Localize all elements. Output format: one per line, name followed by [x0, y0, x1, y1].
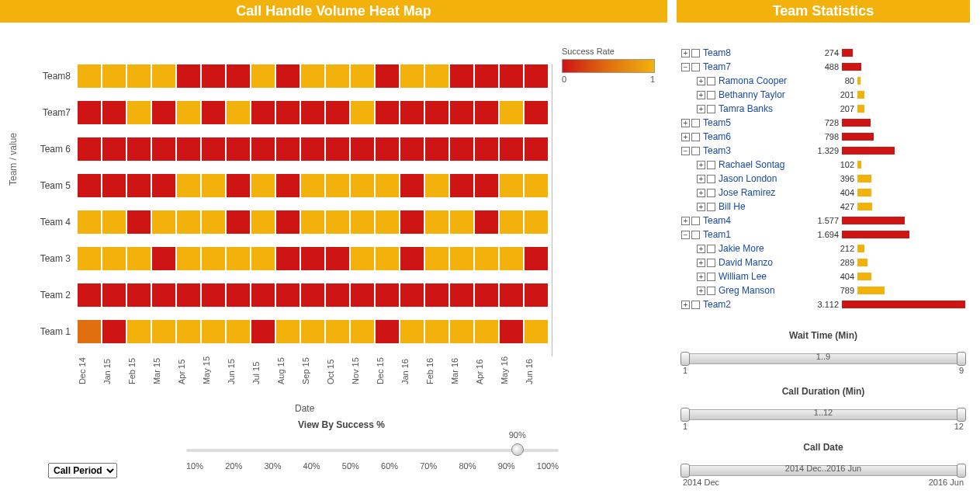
heatmap-cell[interactable]: [177, 283, 200, 307]
heatmap-cell[interactable]: [152, 174, 175, 197]
heatmap-cell[interactable]: [376, 283, 399, 307]
team-stat-row[interactable]: +·Team6798: [681, 130, 965, 144]
team-stat-row[interactable]: +·Bethanny Taylor201: [681, 88, 965, 102]
heatmap-cell[interactable]: [376, 64, 399, 88]
heatmap-cell[interactable]: [251, 64, 275, 88]
heatmap-cell[interactable]: [351, 320, 374, 343]
expand-icon[interactable]: +: [697, 175, 705, 183]
expand-icon[interactable]: +: [681, 133, 690, 141]
heatmap-cell[interactable]: [301, 101, 324, 124]
heatmap-cell[interactable]: [127, 283, 151, 307]
team-stat-row[interactable]: +·Bill He427: [681, 200, 965, 214]
heatmap-cell[interactable]: [202, 101, 225, 124]
heatmap-cell[interactable]: [202, 174, 225, 197]
heatmap-cell[interactable]: [152, 64, 175, 88]
heatmap-cell[interactable]: [525, 247, 548, 270]
call-date-slider[interactable]: Call Date 2014 Dec..2016 Jun 2014 Dec 20…: [681, 442, 965, 487]
heatmap-cell[interactable]: [326, 247, 349, 270]
expand-icon[interactable]: +: [697, 161, 705, 169]
team-stat-row[interactable]: −·Team7488: [681, 60, 965, 74]
heatmap-cell[interactable]: [326, 64, 349, 88]
heatmap-cell[interactable]: [276, 210, 300, 234]
tree-toggle[interactable]: +·: [681, 217, 700, 225]
heatmap-cell[interactable]: [251, 137, 275, 161]
team-stat-row[interactable]: +·Tamra Banks207: [681, 102, 965, 116]
heatmap-cell[interactable]: [251, 101, 275, 124]
heatmap-cell[interactable]: [102, 64, 126, 88]
heatmap-cell[interactable]: [152, 320, 175, 343]
heatmap-cell[interactable]: [475, 137, 498, 161]
heatmap-cell[interactable]: [450, 174, 473, 197]
expand-icon[interactable]: +: [681, 301, 690, 309]
expand-icon[interactable]: +: [697, 77, 705, 85]
heatmap-cell[interactable]: [450, 64, 473, 88]
heatmap-cell[interactable]: [400, 101, 424, 124]
heatmap-cell[interactable]: [400, 64, 424, 88]
heatmap-cell[interactable]: [525, 320, 548, 343]
heatmap-cell[interactable]: [475, 320, 498, 343]
team-stat-row[interactable]: −·Team11.694: [681, 228, 965, 242]
heatmap-cell[interactable]: [525, 137, 548, 161]
heatmap-cell[interactable]: [525, 174, 548, 197]
heatmap-cell[interactable]: [301, 137, 324, 161]
heatmap-cell[interactable]: [500, 247, 523, 270]
heatmap-cell[interactable]: [78, 247, 101, 270]
heatmap-cell[interactable]: [450, 320, 473, 343]
heatmap-cell[interactable]: [301, 174, 324, 197]
heatmap-cell[interactable]: [78, 210, 101, 234]
collapse-icon[interactable]: −: [681, 147, 690, 155]
heatmap-cell[interactable]: [78, 320, 101, 343]
team-stat-row[interactable]: +·Rachael Sontag102: [681, 158, 965, 172]
team-stat-row[interactable]: −·Team31.329: [681, 144, 965, 158]
heatmap-cell[interactable]: [301, 320, 324, 343]
tree-toggle[interactable]: +·: [681, 133, 700, 141]
heatmap-cell[interactable]: [400, 247, 424, 270]
team-stat-row[interactable]: +·Jason London396: [681, 172, 965, 186]
heatmap-cell[interactable]: [326, 210, 349, 234]
expand-icon[interactable]: +: [697, 273, 705, 281]
heatmap-cell[interactable]: [525, 64, 548, 88]
heatmap-cell[interactable]: [276, 137, 300, 161]
heatmap-cell[interactable]: [326, 320, 349, 343]
heatmap-cell[interactable]: [376, 137, 399, 161]
heatmap-cell[interactable]: [475, 247, 498, 270]
heatmap-cell[interactable]: [276, 283, 300, 307]
expand-icon[interactable]: +: [697, 105, 705, 113]
heatmap-cell[interactable]: [351, 101, 374, 124]
heatmap-cell[interactable]: [202, 247, 225, 270]
team-stat-row[interactable]: +·Team41.577: [681, 214, 965, 228]
heatmap-cell[interactable]: [251, 174, 275, 197]
tree-toggle[interactable]: +·: [681, 161, 715, 169]
heatmap-cell[interactable]: [276, 320, 300, 343]
tree-toggle[interactable]: +·: [681, 91, 715, 99]
heatmap-cell[interactable]: [376, 101, 399, 124]
heatmap-cell[interactable]: [227, 320, 250, 343]
heatmap-cell[interactable]: [500, 64, 523, 88]
heatmap-cell[interactable]: [127, 101, 151, 124]
expand-icon[interactable]: +: [697, 245, 705, 253]
tree-toggle[interactable]: +·: [681, 119, 700, 127]
heatmap-cell[interactable]: [301, 210, 324, 234]
heatmap-cell[interactable]: [500, 101, 523, 124]
heatmap-cell[interactable]: [102, 174, 126, 197]
heatmap-cell[interactable]: [425, 101, 448, 124]
heatmap-cell[interactable]: [326, 283, 349, 307]
heatmap-cell[interactable]: [450, 210, 473, 234]
heatmap-cell[interactable]: [301, 64, 324, 88]
heatmap-cell[interactable]: [376, 174, 399, 197]
heatmap-cell[interactable]: [227, 101, 250, 124]
heatmap-cell[interactable]: [400, 210, 424, 234]
team-stat-row[interactable]: +·Ramona Cooper80: [681, 74, 965, 88]
heatmap-cell[interactable]: [78, 64, 101, 88]
heatmap-cell[interactable]: [152, 137, 175, 161]
heatmap-cell[interactable]: [127, 174, 151, 197]
tree-toggle[interactable]: +·: [681, 301, 700, 309]
tree-toggle[interactable]: +·: [681, 287, 715, 295]
heatmap-cell[interactable]: [78, 101, 101, 124]
team-stat-row[interactable]: +·Jose Ramirez404: [681, 186, 965, 200]
heatmap-cell[interactable]: [227, 174, 250, 197]
tree-toggle[interactable]: +·: [681, 189, 715, 197]
heatmap-cell[interactable]: [475, 283, 498, 307]
heatmap-cell[interactable]: [351, 64, 374, 88]
heatmap-cell[interactable]: [400, 174, 424, 197]
